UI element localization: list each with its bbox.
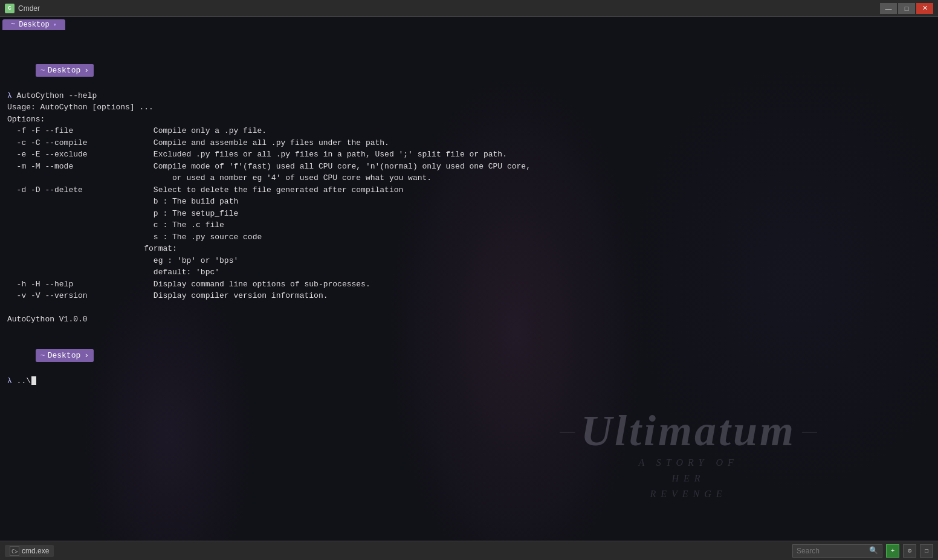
terminal-cursor-line: λ ..\ xyxy=(7,375,931,387)
window-controls: — □ ✕ xyxy=(880,3,933,14)
terminal-line: -h -H --help Display command line option… xyxy=(7,278,931,291)
minimize-button[interactable]: — xyxy=(880,3,897,14)
window-button[interactable]: ❐ xyxy=(920,544,933,558)
terminal-line: eg : 'bp' or 'bps' xyxy=(7,255,931,267)
terminal-line: default: 'bpc' xyxy=(7,266,931,278)
terminal-line: c : The .c file xyxy=(7,219,931,231)
new-tab-button[interactable]: + xyxy=(886,544,899,558)
terminal-line: b : The build path xyxy=(7,196,931,208)
statusbar-right: 🔍 + ⚙ ❐ xyxy=(792,544,933,558)
settings-icon: ⚙ xyxy=(908,547,912,555)
search-box[interactable]: 🔍 xyxy=(792,544,882,558)
titlebar-left: C Cmder xyxy=(5,4,40,13)
tab-desktop[interactable]: ~ Desktop ▾ xyxy=(2,19,65,30)
terminal-line: -v -V --version Display compiler version… xyxy=(7,290,931,302)
terminal-line: -c -C --compile Compile and assemble all… xyxy=(7,137,931,149)
window-icon: ❐ xyxy=(925,547,929,555)
terminal-line: ~ Desktop › xyxy=(7,337,931,374)
settings-button[interactable]: ⚙ xyxy=(903,544,916,558)
terminal-line: -m -M --mode Compile mode of 'f'(fast) u… xyxy=(7,161,931,173)
search-input[interactable] xyxy=(797,547,869,555)
terminal-line xyxy=(7,302,931,314)
window-body: — Ultimatum — A STORY OF HER REVENGE ~ D… xyxy=(0,17,938,560)
terminal-line: -e -E --exclude Excluded .py files or al… xyxy=(7,149,931,161)
tab-tilde: ~ xyxy=(11,21,15,29)
terminal-line: format: xyxy=(7,243,931,255)
plus-icon: + xyxy=(891,547,895,555)
svg-text:C>: C> xyxy=(11,549,18,555)
tab-label: Desktop xyxy=(19,21,49,29)
terminal-area[interactable]: ~ Desktop › λ AutoCython --help Usage: A… xyxy=(0,47,938,391)
process-indicator: C> cmd.exe xyxy=(5,545,54,557)
terminal-line: Options: xyxy=(7,114,931,126)
terminal-line: s : The .py source code xyxy=(7,231,931,243)
statusbar: C> cmd.exe 🔍 + ⚙ ❐ xyxy=(0,541,938,560)
prompt-badge: ~ Desktop › xyxy=(36,64,94,77)
titlebar: C Cmder — □ ✕ xyxy=(0,0,938,17)
terminal-line: or used a nomber eg '4' of used CPU core… xyxy=(7,172,931,184)
terminal-line: -d -D --delete Select to delete the file… xyxy=(7,184,931,196)
terminal-line xyxy=(7,326,931,338)
window-title: Cmder xyxy=(18,4,40,13)
statusbar-left: C> cmd.exe xyxy=(5,545,54,557)
terminal-line: AutoCython V1.0.0 xyxy=(7,314,931,326)
terminal-line: p : The setup_file xyxy=(7,208,931,220)
close-button[interactable]: ✕ xyxy=(916,3,933,14)
search-icon[interactable]: 🔍 xyxy=(869,546,878,555)
tab-bar: ~ Desktop ▾ xyxy=(0,17,938,30)
tab-dropdown-icon: ▾ xyxy=(53,21,57,28)
terminal-line: -f -F --file Compile only a .py file. xyxy=(7,125,931,137)
app-icon: C xyxy=(5,4,15,13)
process-label: cmd.exe xyxy=(22,547,49,555)
maximize-button[interactable]: □ xyxy=(898,3,915,14)
prompt-badge-2: ~ Desktop › xyxy=(36,349,94,362)
terminal-line: λ AutoCython --help xyxy=(7,90,931,102)
terminal-line: Usage: AutoCython [options] ... xyxy=(7,101,931,114)
cmd-icon: C> xyxy=(10,546,19,556)
terminal-line: ~ Desktop › xyxy=(7,52,931,89)
